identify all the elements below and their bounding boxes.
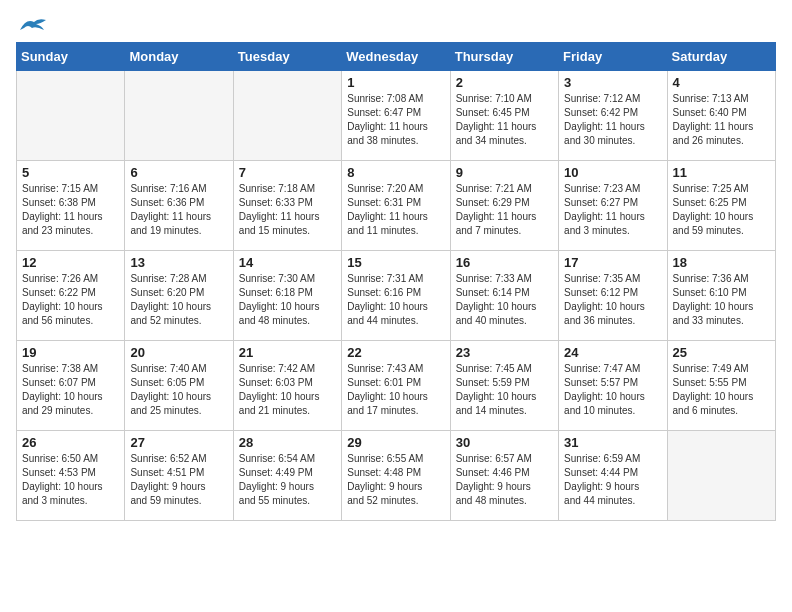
day-number: 19 xyxy=(22,345,119,360)
day-number: 27 xyxy=(130,435,227,450)
calendar-header-row: SundayMondayTuesdayWednesdayThursdayFrid… xyxy=(17,43,776,71)
day-number: 6 xyxy=(130,165,227,180)
calendar-cell: 15Sunrise: 7:31 AM Sunset: 6:16 PM Dayli… xyxy=(342,251,450,341)
calendar-cell xyxy=(125,71,233,161)
day-number: 29 xyxy=(347,435,444,450)
cell-content: Sunrise: 7:25 AM Sunset: 6:25 PM Dayligh… xyxy=(673,182,770,238)
day-number: 24 xyxy=(564,345,661,360)
cell-content: Sunrise: 7:31 AM Sunset: 6:16 PM Dayligh… xyxy=(347,272,444,328)
cell-content: Sunrise: 7:47 AM Sunset: 5:57 PM Dayligh… xyxy=(564,362,661,418)
calendar-cell: 24Sunrise: 7:47 AM Sunset: 5:57 PM Dayli… xyxy=(559,341,667,431)
col-header-thursday: Thursday xyxy=(450,43,558,71)
calendar-cell: 9Sunrise: 7:21 AM Sunset: 6:29 PM Daylig… xyxy=(450,161,558,251)
calendar-cell: 1Sunrise: 7:08 AM Sunset: 6:47 PM Daylig… xyxy=(342,71,450,161)
cell-content: Sunrise: 7:16 AM Sunset: 6:36 PM Dayligh… xyxy=(130,182,227,238)
cell-content: Sunrise: 6:57 AM Sunset: 4:46 PM Dayligh… xyxy=(456,452,553,508)
calendar-cell: 18Sunrise: 7:36 AM Sunset: 6:10 PM Dayli… xyxy=(667,251,775,341)
calendar-cell: 25Sunrise: 7:49 AM Sunset: 5:55 PM Dayli… xyxy=(667,341,775,431)
day-number: 8 xyxy=(347,165,444,180)
calendar-cell: 17Sunrise: 7:35 AM Sunset: 6:12 PM Dayli… xyxy=(559,251,667,341)
cell-content: Sunrise: 6:55 AM Sunset: 4:48 PM Dayligh… xyxy=(347,452,444,508)
day-number: 11 xyxy=(673,165,770,180)
calendar-cell: 23Sunrise: 7:45 AM Sunset: 5:59 PM Dayli… xyxy=(450,341,558,431)
calendar-cell: 22Sunrise: 7:43 AM Sunset: 6:01 PM Dayli… xyxy=(342,341,450,431)
col-header-sunday: Sunday xyxy=(17,43,125,71)
week-row-2: 5Sunrise: 7:15 AM Sunset: 6:38 PM Daylig… xyxy=(17,161,776,251)
cell-content: Sunrise: 7:49 AM Sunset: 5:55 PM Dayligh… xyxy=(673,362,770,418)
cell-content: Sunrise: 7:20 AM Sunset: 6:31 PM Dayligh… xyxy=(347,182,444,238)
week-row-5: 26Sunrise: 6:50 AM Sunset: 4:53 PM Dayli… xyxy=(17,431,776,521)
calendar-cell: 19Sunrise: 7:38 AM Sunset: 6:07 PM Dayli… xyxy=(17,341,125,431)
calendar-cell: 3Sunrise: 7:12 AM Sunset: 6:42 PM Daylig… xyxy=(559,71,667,161)
calendar-cell: 27Sunrise: 6:52 AM Sunset: 4:51 PM Dayli… xyxy=(125,431,233,521)
day-number: 3 xyxy=(564,75,661,90)
cell-content: Sunrise: 6:50 AM Sunset: 4:53 PM Dayligh… xyxy=(22,452,119,508)
calendar-cell: 16Sunrise: 7:33 AM Sunset: 6:14 PM Dayli… xyxy=(450,251,558,341)
cell-content: Sunrise: 7:21 AM Sunset: 6:29 PM Dayligh… xyxy=(456,182,553,238)
day-number: 23 xyxy=(456,345,553,360)
day-number: 16 xyxy=(456,255,553,270)
day-number: 14 xyxy=(239,255,336,270)
calendar-cell: 14Sunrise: 7:30 AM Sunset: 6:18 PM Dayli… xyxy=(233,251,341,341)
day-number: 15 xyxy=(347,255,444,270)
cell-content: Sunrise: 7:35 AM Sunset: 6:12 PM Dayligh… xyxy=(564,272,661,328)
day-number: 12 xyxy=(22,255,119,270)
page-header xyxy=(16,16,776,32)
calendar-cell: 10Sunrise: 7:23 AM Sunset: 6:27 PM Dayli… xyxy=(559,161,667,251)
calendar-cell: 30Sunrise: 6:57 AM Sunset: 4:46 PM Dayli… xyxy=(450,431,558,521)
cell-content: Sunrise: 7:36 AM Sunset: 6:10 PM Dayligh… xyxy=(673,272,770,328)
day-number: 9 xyxy=(456,165,553,180)
day-number: 7 xyxy=(239,165,336,180)
cell-content: Sunrise: 7:42 AM Sunset: 6:03 PM Dayligh… xyxy=(239,362,336,418)
calendar-cell: 28Sunrise: 6:54 AM Sunset: 4:49 PM Dayli… xyxy=(233,431,341,521)
cell-content: Sunrise: 7:40 AM Sunset: 6:05 PM Dayligh… xyxy=(130,362,227,418)
cell-content: Sunrise: 7:08 AM Sunset: 6:47 PM Dayligh… xyxy=(347,92,444,148)
week-row-3: 12Sunrise: 7:26 AM Sunset: 6:22 PM Dayli… xyxy=(17,251,776,341)
day-number: 4 xyxy=(673,75,770,90)
calendar-cell: 6Sunrise: 7:16 AM Sunset: 6:36 PM Daylig… xyxy=(125,161,233,251)
col-header-wednesday: Wednesday xyxy=(342,43,450,71)
day-number: 22 xyxy=(347,345,444,360)
cell-content: Sunrise: 7:43 AM Sunset: 6:01 PM Dayligh… xyxy=(347,362,444,418)
cell-content: Sunrise: 7:33 AM Sunset: 6:14 PM Dayligh… xyxy=(456,272,553,328)
calendar-table: SundayMondayTuesdayWednesdayThursdayFrid… xyxy=(16,42,776,521)
cell-content: Sunrise: 7:12 AM Sunset: 6:42 PM Dayligh… xyxy=(564,92,661,148)
col-header-friday: Friday xyxy=(559,43,667,71)
cell-content: Sunrise: 7:13 AM Sunset: 6:40 PM Dayligh… xyxy=(673,92,770,148)
cell-content: Sunrise: 7:45 AM Sunset: 5:59 PM Dayligh… xyxy=(456,362,553,418)
cell-content: Sunrise: 7:26 AM Sunset: 6:22 PM Dayligh… xyxy=(22,272,119,328)
calendar-cell: 21Sunrise: 7:42 AM Sunset: 6:03 PM Dayli… xyxy=(233,341,341,431)
day-number: 21 xyxy=(239,345,336,360)
week-row-1: 1Sunrise: 7:08 AM Sunset: 6:47 PM Daylig… xyxy=(17,71,776,161)
day-number: 25 xyxy=(673,345,770,360)
calendar-cell: 2Sunrise: 7:10 AM Sunset: 6:45 PM Daylig… xyxy=(450,71,558,161)
calendar-cell: 29Sunrise: 6:55 AM Sunset: 4:48 PM Dayli… xyxy=(342,431,450,521)
cell-content: Sunrise: 7:23 AM Sunset: 6:27 PM Dayligh… xyxy=(564,182,661,238)
calendar-cell: 13Sunrise: 7:28 AM Sunset: 6:20 PM Dayli… xyxy=(125,251,233,341)
calendar-cell: 26Sunrise: 6:50 AM Sunset: 4:53 PM Dayli… xyxy=(17,431,125,521)
col-header-saturday: Saturday xyxy=(667,43,775,71)
calendar-cell: 8Sunrise: 7:20 AM Sunset: 6:31 PM Daylig… xyxy=(342,161,450,251)
cell-content: Sunrise: 7:28 AM Sunset: 6:20 PM Dayligh… xyxy=(130,272,227,328)
cell-content: Sunrise: 7:38 AM Sunset: 6:07 PM Dayligh… xyxy=(22,362,119,418)
day-number: 17 xyxy=(564,255,661,270)
day-number: 30 xyxy=(456,435,553,450)
calendar-cell xyxy=(667,431,775,521)
cell-content: Sunrise: 7:30 AM Sunset: 6:18 PM Dayligh… xyxy=(239,272,336,328)
col-header-monday: Monday xyxy=(125,43,233,71)
day-number: 5 xyxy=(22,165,119,180)
calendar-cell: 5Sunrise: 7:15 AM Sunset: 6:38 PM Daylig… xyxy=(17,161,125,251)
cell-content: Sunrise: 7:18 AM Sunset: 6:33 PM Dayligh… xyxy=(239,182,336,238)
cell-content: Sunrise: 6:52 AM Sunset: 4:51 PM Dayligh… xyxy=(130,452,227,508)
calendar-cell: 31Sunrise: 6:59 AM Sunset: 4:44 PM Dayli… xyxy=(559,431,667,521)
day-number: 2 xyxy=(456,75,553,90)
calendar-cell: 7Sunrise: 7:18 AM Sunset: 6:33 PM Daylig… xyxy=(233,161,341,251)
day-number: 18 xyxy=(673,255,770,270)
calendar-cell xyxy=(17,71,125,161)
day-number: 31 xyxy=(564,435,661,450)
logo-bird-icon xyxy=(18,16,48,36)
day-number: 26 xyxy=(22,435,119,450)
day-number: 20 xyxy=(130,345,227,360)
cell-content: Sunrise: 7:15 AM Sunset: 6:38 PM Dayligh… xyxy=(22,182,119,238)
calendar-cell: 4Sunrise: 7:13 AM Sunset: 6:40 PM Daylig… xyxy=(667,71,775,161)
